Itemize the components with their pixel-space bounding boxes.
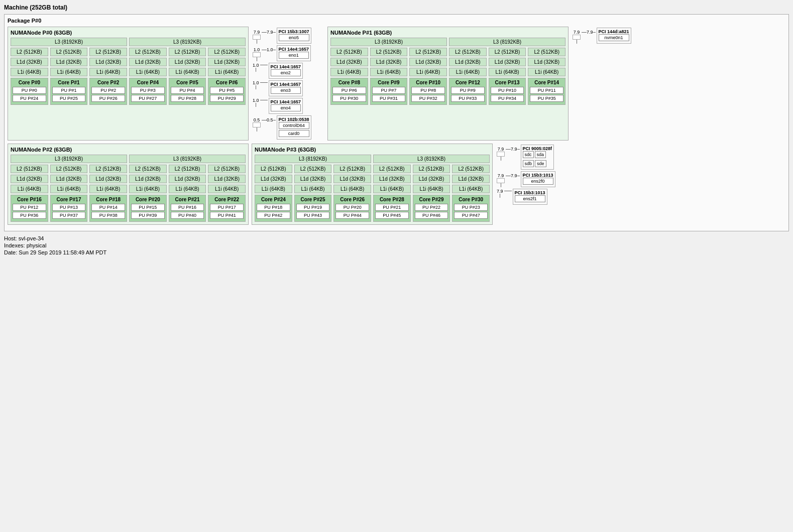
p0-l2-row: L2 (512KB) L2 (512KB) L2 (512KB) L2 (512…	[11, 48, 246, 56]
core-p16: Core P#16 PU P#12 PU P#36	[11, 195, 48, 222]
pu-p13: PU P#13	[52, 204, 86, 211]
core-p21: Core P#21 PU P#16 PU P#40	[169, 195, 206, 222]
p0-l3-row: L3 (8192KB) L3 (8192KB)	[11, 38, 246, 46]
pci-title-0538: PCI 102b:0538	[279, 117, 309, 122]
pu-p8: PU P#8	[411, 87, 445, 94]
dev-sde: sde	[535, 160, 546, 167]
pci-title-1013-1: PCI 15b3:1013	[523, 173, 553, 178]
pci-link-9005: 7.9 7.9 PCI 9005:028f sdc sda s	[497, 145, 570, 170]
numa-node-p3: NUMANode P#3 (63GB) L3 (8192KB) L3 (8192…	[252, 144, 493, 225]
p0-l1d-4: L1d (32KB)	[169, 58, 206, 66]
lower-numa-row: NUMANode P#2 (63GB) L3 (8192KB) L3 (8192…	[8, 144, 785, 225]
p3-l3-0: L3 (8192KB)	[255, 155, 371, 163]
p1-l2-2: L2 (512KB)	[409, 48, 447, 56]
p3-l2-5: L2 (512KB)	[452, 165, 490, 173]
link-val-7.9-2: 7.9	[267, 30, 273, 35]
pu-p18: PU P#18	[257, 204, 290, 211]
p0-l1d-3: L1d (32KB)	[129, 58, 167, 66]
dev-ens2f0: ens2f0	[523, 178, 553, 185]
p3-l2-2: L2 (512KB)	[333, 165, 371, 173]
p1-l1d-4: L1d (32KB)	[489, 58, 526, 66]
dev-eno5: eno5	[279, 34, 309, 41]
pu-p28: PU P#28	[171, 95, 204, 102]
core-p9: Core P#9 PU P#7 PU P#31	[370, 78, 408, 105]
pci-title-1657-1: PCI 14e4:1657	[279, 47, 309, 52]
link-val-0.5-1: 0.5	[254, 117, 260, 122]
pci-group-a821: PCI 144d:a821 nvme0n1	[597, 28, 631, 44]
p1-l1i-2: L1i (64KB)	[409, 68, 447, 76]
pci-lower-right: 7.9 7.9 PCI 9005:028f sdc sda s	[496, 144, 571, 225]
p1-l2-4: L2 (512KB)	[489, 48, 526, 56]
p2-l1d-1: L1d (32KB)	[50, 175, 88, 183]
pu-p3: PU P#3	[131, 87, 165, 94]
p2-l2-5: L2 (512KB)	[208, 165, 246, 173]
pu-p20: PU P#20	[335, 204, 369, 211]
core-p5: Core P#5 PU P#4 PU P#28	[169, 78, 206, 105]
p1-l1d-2: L1d (32KB)	[409, 58, 447, 66]
link-val-7.9-r1: 7.9	[574, 30, 580, 35]
core-p4: Core P#4 PU P#3 PU P#27	[129, 78, 167, 105]
pu-p33: PU P#33	[451, 95, 485, 102]
p0-l2-5: L2 (512KB)	[208, 48, 246, 56]
numa-node-p2: NUMANode P#2 (63GB) L3 (8192KB) L3 (8192…	[8, 144, 249, 225]
upper-numa-row: NUMANode P#0 (63GB) L3 (8192KB) L3 (8192…	[8, 27, 785, 141]
p3-l1i-5: L1i (64KB)	[452, 185, 490, 193]
p0-l1i-1: L1i (64KB)	[50, 68, 88, 76]
p3-l3-1: L3 (8192KB)	[373, 155, 490, 163]
link-val-9005-1: 7.9	[498, 147, 504, 152]
pu-p44: PU P#44	[335, 212, 369, 219]
link-box-1	[253, 35, 261, 40]
pu-p10: PU P#10	[491, 87, 524, 94]
link-val-1.0-5: 1.0	[253, 98, 259, 103]
p1-l1d-3: L1d (32KB)	[449, 58, 487, 66]
p1-l2-1: L2 (512KB)	[370, 48, 408, 56]
p1-l1d-0: L1d (32KB)	[330, 58, 368, 66]
core-p10: Core P#10 PU P#8 PU P#32	[409, 78, 447, 105]
p2-l2-4: L2 (512KB)	[169, 165, 206, 173]
pu-p38: PU P#38	[91, 212, 125, 219]
p0-l1d-5: L1d (32KB)	[208, 58, 246, 66]
pci-title-1007: PCI 15b3:1007	[279, 29, 309, 34]
numa-p0-title: NUMANode P#0 (63GB)	[11, 30, 246, 36]
pu-p5: PU P#5	[210, 87, 244, 94]
machine-title: Machine (252GB total)	[4, 4, 789, 11]
dev-eno3: eno3	[271, 87, 301, 94]
p2-l1i-0: L1i (64KB)	[11, 185, 48, 193]
p3-l2-3: L2 (512KB)	[373, 165, 411, 173]
core-p28: Core P#28 PU P#21 PU P#45	[373, 195, 411, 222]
core-p12: Core P#12 PU P#9 PU P#33	[449, 78, 487, 105]
p0-l2-0: L2 (512KB)	[11, 48, 48, 56]
p2-l1d-2: L1d (32KB)	[89, 175, 127, 183]
core-p30: Core P#30 PU P#23 PU P#47	[452, 195, 490, 222]
core-p18: Core P#18 PU P#14 PU P#38	[89, 195, 127, 222]
core-p13: Core P#13 PU P#10 PU P#34	[489, 78, 526, 105]
pu-p25: PU P#25	[52, 95, 86, 102]
p2-l2-2: L2 (512KB)	[89, 165, 127, 173]
core-p1: Core P#1 PU P#1 PU P#25	[50, 78, 88, 105]
dev-sdc: sdc	[523, 151, 534, 158]
p1-l1d-1: L1d (32KB)	[370, 58, 408, 66]
p2-l2-0: L2 (512KB)	[11, 165, 48, 173]
package: Package P#0 NUMANode P#0 (63GB) L3 (8192…	[4, 14, 789, 231]
pci-link-nvme: 7.9 7.9 PCI 144d:a821 nvme0n1	[573, 28, 641, 44]
p1-l1i-0: L1i (64KB)	[330, 68, 368, 76]
pu-p23: PU P#23	[454, 204, 488, 211]
p1-l1i-5: L1i (64KB)	[528, 68, 565, 76]
core-p17: Core P#17 PU P#13 PU P#37	[50, 195, 88, 222]
p0-l3-1: L3 (8192KB)	[129, 38, 246, 46]
p1-l2-0: L2 (512KB)	[330, 48, 368, 56]
pci-link-eno4: 1.0 PCI 14e4:1657 eno4	[253, 98, 323, 114]
pci-title-1657-4: PCI 14e4:1657	[271, 99, 301, 104]
p1-l2-3: L2 (512KB)	[449, 48, 487, 56]
link-val-1.0-2: 1.0	[267, 47, 273, 52]
pu-p32: PU P#32	[411, 95, 445, 102]
core-p0: Core P#0 PU P#0 PU P#24	[11, 78, 48, 105]
p1-l2-5: L2 (512KB)	[528, 48, 565, 56]
pu-p1: PU P#1	[52, 87, 86, 94]
p2-l1d-4: L1d (32KB)	[169, 175, 206, 183]
pu-p29: PU P#29	[210, 95, 244, 102]
p3-l1d-0: L1d (32KB)	[255, 175, 292, 183]
link-box-ens2f0-1	[497, 178, 505, 183]
p0-l1i-2: L1i (64KB)	[89, 68, 127, 76]
pci-title-1657-3: PCI 14e4:1657	[271, 82, 301, 87]
